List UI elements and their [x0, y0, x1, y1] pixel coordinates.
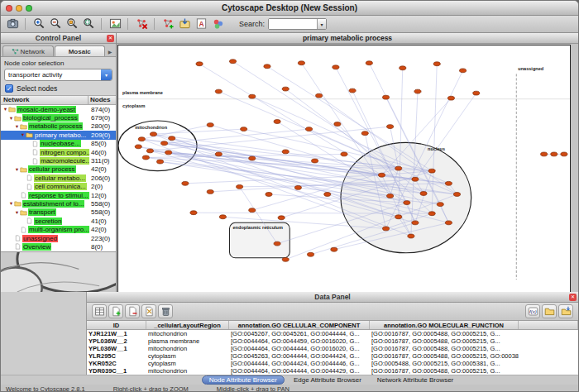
tree-row-macromolecule[interactable]: macromolecule...311(0) — [1, 156, 116, 165]
close-window-button[interactable] — [6, 5, 12, 12]
status-zoom-hint: Right-click + drag to ZOOM — [113, 385, 189, 392]
network-column-header[interactable]: Network — [1, 96, 89, 104]
tree-row-overview[interactable]: Overview8(0) — [1, 242, 116, 251]
table-cell: plasma membrane — [146, 337, 229, 345]
status-bar: Welcome to Cytoscape 2.8.1 Right-click +… — [1, 385, 578, 392]
tree-row-nitrogen-compo[interactable]: nitrogen compo...46(0) — [1, 148, 116, 156]
svg-text:endoplasmic reticulum: endoplasmic reticulum — [233, 225, 283, 230]
table-cell: mitochondrion — [146, 367, 229, 375]
tree-row-unassigned[interactable]: unassigned223(0) — [1, 234, 116, 242]
column-header[interactable]: _cellularLayoutRegion — [146, 321, 229, 329]
tab-network[interactable]: Network — [2, 45, 54, 56]
search-input[interactable] — [269, 19, 317, 29]
delete-attribute-icon[interactable] — [125, 304, 140, 318]
attribute-table-body: YJR121W__1mitochondrion[GO:0045267, GO:0… — [87, 330, 578, 375]
zoom-in-icon[interactable] — [31, 17, 47, 31]
svg-text:A: A — [199, 20, 203, 28]
control-panel-header: Control Panel ✕ — [1, 33, 116, 44]
tree-row-response-to-stimul[interactable]: response to stimul...12(0) — [1, 191, 116, 199]
select-nodes-checkbox[interactable]: ✓ — [5, 84, 13, 93]
function-builder-icon[interactable]: f(x) — [525, 304, 540, 318]
tab-scroll-arrow-icon[interactable]: ▶ — [106, 49, 114, 56]
tab-edge-attribute-browser[interactable]: Edge Attribute Browser — [287, 375, 368, 385]
table-row[interactable]: YPL036W__1mitochondrion[GO:0044464, GO:0… — [87, 345, 578, 352]
tree-row-label: unassigned — [22, 235, 89, 242]
zoom-window-button[interactable] — [26, 5, 32, 12]
table-cell: mitochondrion — [146, 345, 229, 352]
attribute-table: ID_cellularLayoutRegionannotation.GO CEL… — [87, 321, 578, 375]
create-network-icon[interactable] — [160, 17, 176, 31]
control-panel-close-icon[interactable]: ✕ — [107, 35, 114, 42]
select-attributes-icon[interactable] — [92, 304, 107, 318]
tree-row-secretion[interactable]: secretion41(0) — [1, 217, 116, 225]
tree-expander-icon[interactable]: ▼ — [2, 105, 8, 113]
column-header[interactable]: annotation.GO MOLECULAR_FUNCTION — [370, 321, 519, 329]
tree-expander-icon[interactable]: ▼ — [14, 122, 20, 131]
tree-row-cellular-metabo[interactable]: cellular metabo...206(0) — [1, 174, 116, 182]
network-canvas-svg[interactable]: mitochondrionnucleusendoplasmic reticulu… — [118, 45, 570, 292]
network-overview-thumbnail[interactable] — [1, 251, 116, 292]
tree-row-multi-organism-pro[interactable]: multi-organism pro...42(0) — [1, 225, 116, 233]
table-cell: [GO:0044464, GO:0044444, GO:0044429, G..… — [229, 367, 370, 375]
main-toolbar: A Search: ▾ — [1, 16, 578, 33]
tab-mosaic[interactable]: Mosaic — [55, 45, 106, 56]
destroy-network-icon[interactable] — [133, 17, 150, 31]
data-panel-close-icon[interactable]: ✕ — [569, 294, 577, 301]
folder-icon — [20, 166, 27, 173]
search-dropdown-button[interactable]: ▾ — [317, 19, 326, 29]
zoom-selected-icon[interactable] — [64, 17, 80, 31]
tree-expander-icon[interactable]: ▼ — [8, 199, 14, 208]
table-row[interactable]: YKR052Ccytoplasm[GO:0044444, GO:0044424,… — [87, 360, 578, 367]
open-folder-icon[interactable] — [542, 304, 557, 318]
import-attributes-icon[interactable] — [558, 304, 573, 318]
tab-node-attribute-browser[interactable]: Node Attribute Browser — [202, 375, 285, 385]
show-graphics-details-icon[interactable] — [107, 17, 123, 31]
minimize-window-button[interactable] — [16, 5, 22, 12]
network-leaf-icon — [26, 184, 33, 190]
column-header[interactable]: annotation.GO CELLULAR_COMPONENT — [229, 321, 370, 329]
nodes-column-header[interactable]: Nodes — [89, 96, 116, 104]
table-cell: [GO:0045267, GO:0045261, GO:0044444, G..… — [229, 330, 370, 337]
tree-row-label: metabolic process — [28, 122, 89, 130]
zoom-out-icon[interactable] — [47, 17, 64, 31]
network-canvas[interactable]: mitochondrionnucleusendoplasmic reticulu… — [117, 45, 571, 292]
tree-row-node-count: 223(0) — [89, 235, 116, 242]
trash-icon[interactable] — [158, 304, 173, 318]
table-cell: YJR121W__1 — [87, 330, 146, 337]
tree-row-label: transport — [28, 208, 89, 216]
tree-row-primary-metabo[interactable]: ▼primary metabo...209(0) — [1, 131, 116, 139]
table-row[interactable]: YJR121W__1mitochondrion[GO:0045267, GO:0… — [87, 330, 578, 337]
create-attribute-icon[interactable] — [108, 304, 123, 318]
import-network-icon[interactable] — [176, 17, 193, 31]
zoom-fit-icon[interactable] — [80, 17, 97, 31]
tree-row-mosaic-demo-yeast[interactable]: ▼mosaic-demo-yeast874(0) — [1, 105, 116, 113]
column-header[interactable]: ID — [87, 321, 146, 329]
tree-row-label: macromolecule... — [40, 157, 89, 165]
snapshot-icon[interactable] — [4, 17, 21, 31]
tree-expander-icon[interactable]: ▼ — [8, 114, 14, 122]
tree-row-transport[interactable]: ▼transport558(0) — [1, 208, 116, 217]
vizmapper-icon[interactable] — [209, 17, 226, 31]
data-panel-title: Data Panel — [314, 293, 350, 301]
tree-row-cell-communica[interactable]: cell communica...2(0) — [1, 183, 116, 191]
tree-expander-icon[interactable]: ▼ — [14, 165, 20, 174]
table-row[interactable]: YLR295Ccytoplasm[GO:0045263, GO:0044444,… — [87, 352, 578, 360]
tree-row-establishment-of-lo[interactable]: ▼establishment of lo...558(0) — [1, 199, 116, 208]
tab-network-attribute-browser[interactable]: Network Attribute Browser — [371, 375, 460, 385]
clear-attribute-icon[interactable] — [141, 304, 156, 318]
tree-expander-icon[interactable]: ▼ — [14, 208, 20, 217]
node-color-dropdown[interactable]: transporter activity ▾ — [4, 69, 112, 81]
table-row[interactable]: YDR039C__1mitochondrion[GO:0044464, GO:0… — [87, 367, 578, 375]
tree-row-biological-process[interactable]: ▼biological_process679(0) — [1, 113, 116, 122]
tree-expander-icon[interactable]: ▼ — [20, 131, 26, 139]
annotation-icon[interactable]: A — [193, 17, 209, 31]
search-combo: ▾ — [268, 18, 327, 30]
tree-row-label: cellular metabo... — [34, 174, 89, 182]
table-row[interactable]: YPL036W__2plasma membrane[GO:0044464, GO… — [87, 337, 578, 345]
control-panel-tabs: Network Mosaic ▶ — [1, 44, 116, 57]
tree-row-metabolic-process[interactable]: ▼metabolic process280(0) — [1, 122, 116, 131]
tree-row-node-count: 85(0) — [89, 140, 116, 147]
tree-row-nucleobase[interactable]: nucleobase...85(0) — [1, 140, 116, 148]
tree-row-cellular-process[interactable]: ▼cellular process42(0) — [1, 165, 116, 174]
search-area: Search: ▾ — [239, 18, 327, 30]
